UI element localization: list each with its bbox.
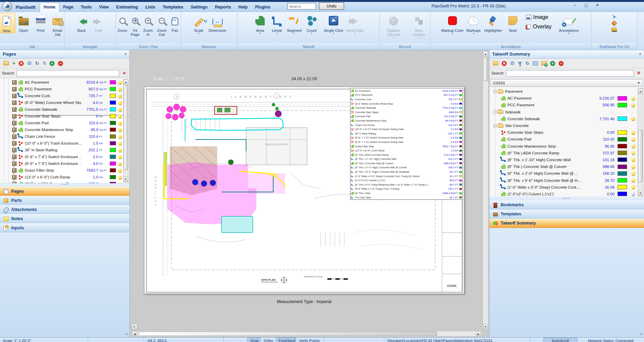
visibility-bulb-icon[interactable] <box>118 81 122 84</box>
menu-tab[interactable]: Lists <box>142 3 159 12</box>
visibility-bulb-icon[interactable] <box>631 144 635 148</box>
visibility-bulb-icon[interactable] <box>118 175 122 179</box>
color-swatch[interactable] <box>110 168 116 172</box>
earthwork-sign-icon[interactable] <box>611 21 617 26</box>
takeoff-tree-row[interactable]: − Sidewalk <box>489 109 637 115</box>
visibility-bulb-icon[interactable] <box>631 165 635 169</box>
menu-tab[interactable]: Settings <box>187 3 211 12</box>
add-folder-icon[interactable] <box>541 61 547 65</box>
accordion-item[interactable]: Templates <box>489 210 644 219</box>
takeoff-tree-row[interactable]: − Site Concrete <box>489 122 637 129</box>
page-tree-row[interactable]: (6'-0" Wide) Concrete Wheel Stop 4.0 EA … <box>0 99 122 106</box>
color-swatch[interactable] <box>110 128 116 132</box>
tree-expander-icon[interactable]: − <box>494 90 497 93</box>
takeoff-tree-row[interactable]: − PCC Pavement 556.95 <box>489 102 637 108</box>
gear-icon[interactable]: ⚙ <box>27 61 32 66</box>
takeoff-tree-row[interactable]: − (6" Thk. x 2'-0" High) Concrete Wall @… <box>489 170 637 177</box>
note-button[interactable]: Note <box>504 13 521 33</box>
color-swatch[interactable] <box>618 192 627 196</box>
page-tree-row[interactable]: Concrete Sidewalk 7751.5 SQ FT H ⊕ + <box>0 106 122 113</box>
accordion-item[interactable]: Notes <box>0 214 129 223</box>
panel-splitter[interactable]: ••••• <box>489 197 644 200</box>
pages-panel-header[interactable]: Pages« <box>0 50 129 59</box>
add-icon[interactable]: + <box>12 61 15 66</box>
menu-tab[interactable]: Plugins <box>251 3 274 12</box>
visibility-bulb-icon[interactable] <box>631 192 635 196</box>
table-icon[interactable] <box>533 61 538 66</box>
color-swatch[interactable] <box>110 101 116 105</box>
scroll-up-icon[interactable]: ▲ <box>638 89 643 94</box>
expand-panel-icon[interactable]: » <box>639 51 641 56</box>
visibility-bulb-icon[interactable] <box>118 135 122 138</box>
color-swatch[interactable] <box>618 96 627 101</box>
accordion-item[interactable]: Parts <box>0 196 129 205</box>
page-tree-row[interactable]: (13'-0" x 6'-6") Curb Ramp 1.0 EA H ⊕ + <box>0 174 122 180</box>
visibility-bulb-icon[interactable] <box>118 142 122 145</box>
highlighter-button[interactable]: Highlighter <box>482 13 504 33</box>
image-button[interactable]: Image <box>526 14 551 20</box>
visibility-bulb-icon[interactable] <box>118 94 122 98</box>
accordion-item[interactable]: Pages <box>0 187 129 196</box>
minimize-button[interactable]: – <box>570 2 580 8</box>
page-tree-row[interactable]: PCC Pavement 557.0 SQ FT H ⊕ + <box>0 86 122 92</box>
visibility-bulb-icon[interactable] <box>631 151 635 155</box>
earthwork-dozer-icon[interactable] <box>611 28 617 31</box>
gear-icon[interactable]: ⚙ <box>510 61 515 66</box>
undo-button[interactable]: Undo <box>319 2 344 10</box>
pan-button[interactable]: Pan <box>169 13 181 33</box>
page-tree-row[interactable]: Concrete Curb 725.7 FT H ⊕ + <box>0 92 122 99</box>
expand-all-icon[interactable]: + <box>49 61 55 66</box>
color-swatch[interactable] <box>110 94 116 98</box>
tree-expander-icon[interactable]: − <box>494 110 497 113</box>
scroll-up-icon[interactable]: ▲ <box>483 51 488 57</box>
takeoff-tree-scrollbar[interactable]: ▲ ▼ <box>638 88 643 196</box>
count-markers-magenta[interactable] <box>166 104 186 120</box>
page-tree-row[interactable]: Concrete Stair Steps 0 EA H ⊕ + <box>0 113 122 120</box>
color-swatch[interactable] <box>618 178 627 183</box>
color-swatch[interactable] <box>618 103 627 107</box>
clear-search-icon[interactable]: ✕ <box>636 70 642 77</box>
takeoff-tree-row[interactable]: − (8" Thk. x 1'-10" High) Concrete Wall … <box>489 156 637 163</box>
count-marker-purple[interactable] <box>275 110 282 117</box>
page-tree-row[interactable]: (6" Thk.) ADA Concrete R... 373.0 SQ FT … <box>0 180 122 183</box>
filter-icon[interactable] <box>518 62 522 65</box>
count-marker-green[interactable] <box>272 103 275 106</box>
dimension-button[interactable]: ↔Dimension <box>207 13 228 33</box>
scrollbar-thumb[interactable] <box>124 85 128 170</box>
scroll-up-icon[interactable]: ▲ <box>124 80 128 85</box>
verify-points-toggle[interactable]: Verify Points <box>296 338 324 342</box>
page-tree-row[interactable]: 36" H Steel Railing 202.1 FT H ⊕ + <box>0 147 122 153</box>
visibility-bulb-icon[interactable] <box>118 169 122 172</box>
refresh-icon[interactable]: ↻ <box>35 61 39 66</box>
page-tree-row[interactable]: (5'-6" x 7'-6") Switch Enclosure ... 2.0… <box>0 153 122 160</box>
visibility-bulb-icon[interactable] <box>118 101 122 105</box>
color-swatch[interactable] <box>618 165 627 169</box>
drawing-canvas[interactable]: Scale: 1" = 20' 0" 34.00 x 22.00 CS101 <box>130 50 489 337</box>
open-button[interactable]: Open <box>15 13 32 33</box>
digitizer-record-button[interactable]: Digitizer Record▾ <box>380 13 407 39</box>
visibility-bulb-icon[interactable] <box>118 114 122 118</box>
horizontal-scrollbar[interactable]: ◀ ▶ <box>132 331 482 337</box>
color-swatch[interactable] <box>618 130 627 135</box>
scrollbar-thumb[interactable] <box>638 130 643 182</box>
visibility-bulb-icon[interactable] <box>118 128 122 132</box>
sidewalk-pad-overlay[interactable] <box>222 216 253 233</box>
pages-tree-scrollbar[interactable]: ▲ ▼ <box>123 79 129 183</box>
count-marker-darkgreen[interactable] <box>228 159 234 165</box>
delete-icon[interactable]: ✕ <box>19 61 24 66</box>
visibility-bulb-icon[interactable] <box>631 158 635 162</box>
new-section-button[interactable]: New Section▾ <box>407 13 430 39</box>
takeoff-tree-row[interactable]: − (6" Thk.) ADA Concrete Ramp 372.97 <box>489 150 637 156</box>
accordion-item[interactable]: Attachments <box>0 205 129 214</box>
scrollbar-thumb[interactable] <box>139 332 437 336</box>
snap-toggle[interactable]: Snap <box>247 338 261 342</box>
menu-tab[interactable]: Home <box>40 3 60 12</box>
color-swatch[interactable] <box>110 80 116 84</box>
app-menu-planswift[interactable]: PlanSwift <box>15 3 40 12</box>
visibility-bulb-icon[interactable] <box>631 131 635 134</box>
count-marker-green[interactable] <box>275 107 279 110</box>
pages-search-input[interactable] <box>17 70 119 77</box>
color-swatch[interactable] <box>110 155 116 159</box>
maximize-button[interactable]: ▢ <box>582 2 591 8</box>
chevron-down-icon[interactable]: ▾ <box>640 333 642 336</box>
